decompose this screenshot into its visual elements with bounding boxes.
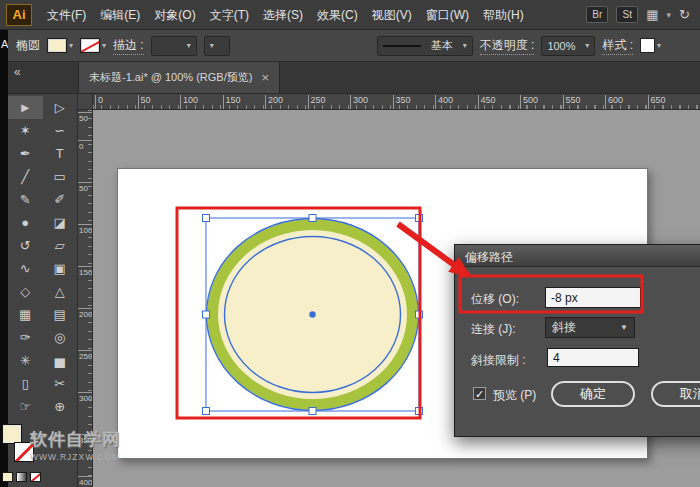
stroke-none-swatch[interactable] xyxy=(80,38,100,53)
workspace-grid-icon[interactable]: ▦ xyxy=(646,7,658,22)
opacity-combo[interactable]: 100% ▾ xyxy=(541,36,595,56)
menu-item-2[interactable]: 对象(O) xyxy=(147,0,202,30)
ruler-corner[interactable] xyxy=(78,94,93,110)
gradient-tool[interactable]: ▤ xyxy=(43,303,78,326)
pencil-tool[interactable]: ✐ xyxy=(43,188,78,211)
line-segment-tool[interactable]: ╱ xyxy=(8,165,43,188)
opacity-value: 100% xyxy=(547,40,575,52)
selection-handle[interactable] xyxy=(309,408,316,415)
caret-down-icon: ▾ xyxy=(187,41,191,50)
style-swatch[interactable] xyxy=(640,38,655,53)
type-tool[interactable]: T xyxy=(43,142,78,165)
stroke-weight-label[interactable]: 描边 : xyxy=(113,37,144,55)
fill-color-swatch[interactable] xyxy=(47,38,67,53)
blob-brush-tool[interactable]: ● xyxy=(8,211,43,234)
shape-builder-tool[interactable]: ◇ xyxy=(8,280,43,303)
width-tool[interactable]: ∿ xyxy=(8,257,43,280)
selection-tool[interactable]: ► xyxy=(8,96,43,119)
workspace-caret-icon[interactable]: ▾ xyxy=(667,10,672,20)
selection-handle[interactable] xyxy=(203,311,210,318)
none-mode-button[interactable] xyxy=(30,472,41,482)
free-transform-tool[interactable]: ▣ xyxy=(43,257,78,280)
caret-down-icon: ▾ xyxy=(657,41,661,50)
watermark-title: 软件自学网 xyxy=(30,428,120,451)
selection-handle[interactable] xyxy=(416,408,423,415)
menu-item-6[interactable]: 视图(V) xyxy=(365,0,419,30)
stroke-color-control[interactable]: ▾ xyxy=(80,38,106,53)
zoom-tool[interactable]: ⊕ xyxy=(43,395,78,418)
center-anchor-point[interactable] xyxy=(309,311,315,317)
dialog-title[interactable]: 偏移路径 xyxy=(455,245,700,267)
document-tab[interactable]: 未标题-1.ai* @ 100% (RGB/预览) × xyxy=(78,62,280,93)
rotate-tool[interactable]: ↺ xyxy=(8,234,43,257)
selection-handle[interactable] xyxy=(416,215,423,222)
caret-down-icon: ▾ xyxy=(210,41,214,50)
brush-definition-combo[interactable]: 基本 ▾ xyxy=(377,36,473,56)
brush-definition-label: 基本 xyxy=(431,38,453,53)
blend-tool[interactable]: ◎ xyxy=(43,326,78,349)
selection-handle[interactable] xyxy=(203,215,210,222)
style-label[interactable]: 样式 : xyxy=(602,37,633,55)
ruler-v-label: 50 xyxy=(78,112,92,123)
gradient-mode-button[interactable] xyxy=(16,472,27,482)
eraser-tool[interactable]: ◪ xyxy=(43,211,78,234)
menu-item-7[interactable]: 窗口(W) xyxy=(419,0,476,30)
sync-icon[interactable]: ↻ xyxy=(679,7,690,22)
menu-item-5[interactable]: 效果(C) xyxy=(310,0,365,30)
cancel-button[interactable]: 取消 xyxy=(651,381,700,407)
app-logo[interactable]: Ai xyxy=(6,4,32,26)
style-control[interactable]: ▾ xyxy=(640,38,661,53)
ruler-v-label: 150 xyxy=(78,266,92,277)
eyedropper-tool[interactable]: ✑ xyxy=(8,326,43,349)
ruler-h-label: 400 xyxy=(435,95,453,109)
bridge-button[interactable]: Br xyxy=(586,6,608,23)
ruler-h-label: 350 xyxy=(393,95,411,109)
perspective-grid-tool[interactable]: △ xyxy=(43,280,78,303)
menu-item-4[interactable]: 选择(S) xyxy=(256,0,310,30)
lasso-tool[interactable]: ∽ xyxy=(43,119,78,142)
menu-item-1[interactable]: 编辑(E) xyxy=(93,0,147,30)
stock-button[interactable]: St xyxy=(616,6,638,23)
preview-label[interactable]: 预览 (P) xyxy=(493,387,536,404)
miter-limit-input[interactable] xyxy=(547,348,639,367)
color-mode-button[interactable] xyxy=(2,472,13,482)
selection-handle[interactable] xyxy=(309,215,316,222)
selection-handle[interactable] xyxy=(416,311,423,318)
variable-width-combo[interactable]: ▾ xyxy=(204,36,230,56)
ruler-h-label: 200 xyxy=(265,95,283,109)
mesh-tool[interactable]: ▦ xyxy=(8,303,43,326)
paintbrush-tool[interactable]: ✎ xyxy=(8,188,43,211)
tab-close-icon[interactable]: × xyxy=(261,70,269,85)
pen-tool[interactable]: ✒ xyxy=(8,142,43,165)
menu-item-8[interactable]: 帮助(H) xyxy=(476,0,531,30)
selection-handle[interactable] xyxy=(203,408,210,415)
ruler-horizontal[interactable]: 050100150200250300350400450500550600650 xyxy=(93,94,700,110)
fill-color-control[interactable]: ▾ xyxy=(47,38,73,53)
ruler-h-label: 300 xyxy=(350,95,368,109)
ruler-h-label: 600 xyxy=(605,95,623,109)
scale-tool[interactable]: ▱ xyxy=(43,234,78,257)
offset-input[interactable] xyxy=(545,287,641,308)
slice-tool[interactable]: ✂ xyxy=(43,372,78,395)
collapse-chevrons-icon: « xyxy=(14,65,21,79)
join-dropdown[interactable]: 斜接 ▼ xyxy=(545,317,635,338)
fill-indicator-swatch[interactable] xyxy=(2,424,22,444)
symbol-sprayer-tool[interactable]: ✳ xyxy=(8,349,43,372)
artboard-tool[interactable]: ▯ xyxy=(8,372,43,395)
magic-wand-tool[interactable]: ✶ xyxy=(8,119,43,142)
stroke-weight-combo[interactable]: ▾ xyxy=(151,36,197,56)
direct-selection-tool[interactable]: ▷ xyxy=(43,96,78,119)
menu-item-0[interactable]: 文件(F) xyxy=(40,0,93,30)
menu-bar: Ai 文件(F)编辑(E)对象(O)文字(T)选择(S)效果(C)视图(V)窗口… xyxy=(0,0,700,30)
toolbar-collapse-button[interactable]: « xyxy=(8,62,78,93)
menu-item-3[interactable]: 文字(T) xyxy=(203,0,256,30)
rectangle-tool[interactable]: ▭ xyxy=(43,165,78,188)
ruler-h-label: 100 xyxy=(180,95,198,109)
hand-tool[interactable]: ☞ xyxy=(8,395,43,418)
ok-button[interactable]: 确定 xyxy=(551,381,635,407)
column-graph-tool[interactable]: ▅ xyxy=(43,349,78,372)
selected-object-label: 椭圆 xyxy=(16,37,40,54)
join-label: 连接 (J): xyxy=(471,321,516,338)
preview-checkbox[interactable]: ✓ xyxy=(473,387,486,400)
opacity-label[interactable]: 不透明度 : xyxy=(480,37,535,55)
